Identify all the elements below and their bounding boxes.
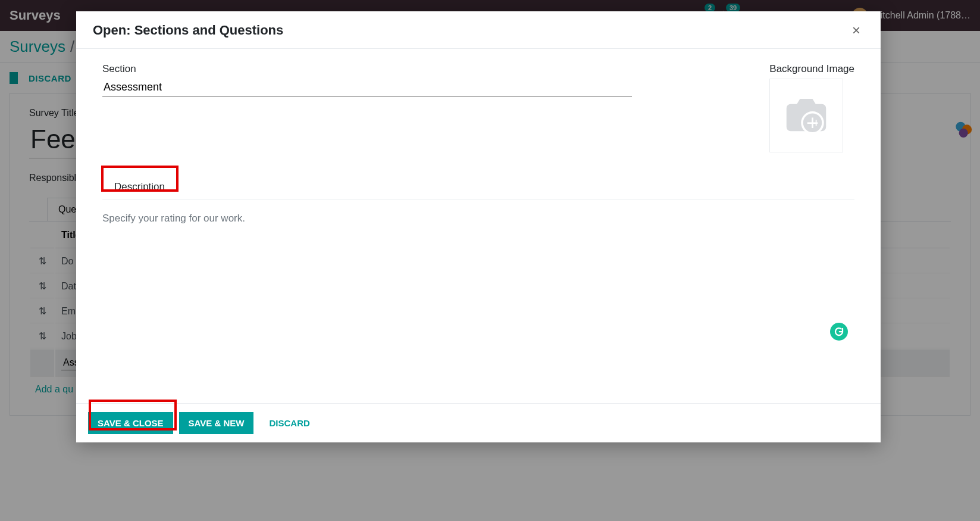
- description-tab[interactable]: Description: [102, 175, 177, 199]
- image-upload-placeholder[interactable]: [769, 79, 843, 152]
- dialog-footer: SAVE & CLOSE SAVE & NEW DISCARD: [76, 403, 881, 442]
- dialog-header: Open: Sections and Questions ×: [76, 11, 881, 49]
- section-input[interactable]: [102, 79, 632, 96]
- camera-plus-icon: [779, 95, 833, 136]
- section-label: Section: [102, 63, 632, 75]
- svg-rect-11: [812, 118, 813, 129]
- dialog-tabs: Description: [102, 175, 854, 199]
- grammarly-icon[interactable]: [830, 323, 848, 341]
- sections-questions-dialog: Open: Sections and Questions × Section B…: [76, 11, 881, 442]
- dialog-body: Section Background Image Description: [76, 49, 881, 403]
- background-image-label: Background Image: [769, 63, 854, 74]
- save-close-button[interactable]: SAVE & CLOSE: [88, 412, 173, 434]
- description-content[interactable]: Specify your rating for our work.: [102, 199, 854, 238]
- close-icon[interactable]: ×: [849, 22, 864, 39]
- save-new-button[interactable]: SAVE & NEW: [179, 412, 254, 434]
- dialog-discard-button[interactable]: DISCARD: [259, 412, 319, 434]
- dialog-title: Open: Sections and Questions: [93, 23, 283, 38]
